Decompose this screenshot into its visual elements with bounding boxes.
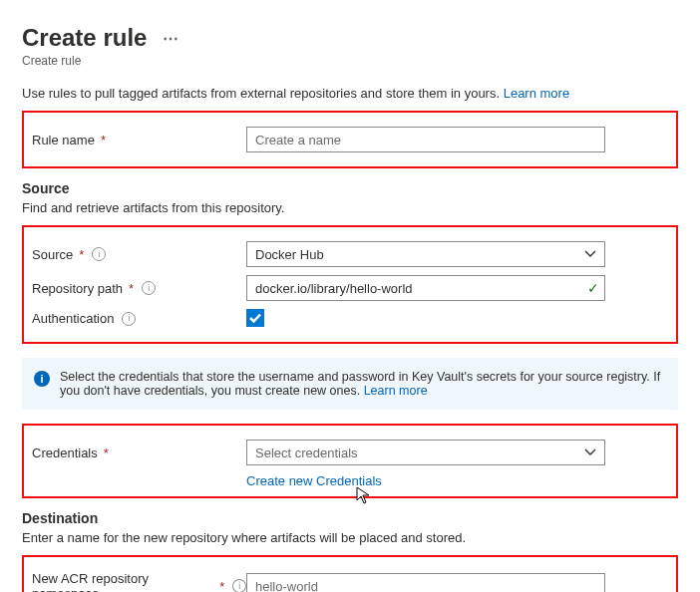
chevron-down-icon [584, 446, 596, 458]
required-asterisk: * [79, 247, 84, 262]
source-select[interactable]: Docker Hub [246, 241, 605, 267]
repo-path-label: Repository path [32, 281, 123, 296]
intro-body: Use rules to pull tagged artifacts from … [22, 86, 504, 101]
destination-subtext: Enter a name for the new repository wher… [22, 530, 678, 545]
info-icon[interactable]: i [232, 579, 246, 592]
credentials-info-panel: i Select the credentials that store the … [22, 358, 678, 410]
source-heading: Source [22, 180, 678, 196]
required-asterisk: * [219, 579, 224, 593]
intro-text: Use rules to pull tagged artifacts from … [22, 86, 678, 101]
info-icon[interactable]: i [92, 247, 106, 261]
source-subtext: Find and retrieve artifacts from this re… [22, 200, 678, 215]
info-panel-text: Select the credentials that store the us… [60, 370, 660, 398]
required-asterisk: * [101, 133, 106, 148]
credentials-section: Credentials * Select credentials Create … [22, 424, 678, 498]
required-asterisk: * [104, 445, 109, 460]
info-icon[interactable]: i [122, 312, 136, 326]
rule-name-label: Rule name [32, 133, 95, 148]
required-asterisk: * [129, 281, 134, 296]
credentials-select[interactable]: Select credentials [246, 440, 605, 465]
chevron-down-icon [584, 248, 596, 260]
breadcrumb: Create rule [22, 54, 678, 68]
more-icon[interactable]: ⋯ [163, 29, 180, 48]
rule-name-input[interactable] [246, 127, 605, 152]
rule-name-section: Rule name * [22, 111, 678, 168]
credentials-label: Credentials [32, 445, 98, 460]
info-icon[interactable]: i [142, 281, 156, 295]
source-section: Source * i Docker Hub Repository path * … [22, 225, 678, 344]
destination-heading: Destination [22, 510, 678, 526]
source-label: Source [32, 247, 73, 262]
auth-checkbox[interactable] [246, 309, 264, 327]
intro-learn-more-link[interactable]: Learn more [504, 86, 569, 101]
namespace-label: New ACR repository namespace [32, 571, 213, 592]
credentials-select-placeholder: Select credentials [255, 445, 358, 460]
namespace-input[interactable] [246, 573, 605, 592]
auth-label: Authentication [32, 311, 114, 326]
info-panel-learn-more-link[interactable]: Learn more [364, 384, 428, 398]
source-select-value: Docker Hub [255, 247, 324, 262]
repo-path-input[interactable] [246, 275, 605, 301]
destination-section: New ACR repository namespace * i [22, 555, 678, 592]
page-title: Create rule [22, 24, 147, 52]
info-icon: i [34, 371, 50, 387]
